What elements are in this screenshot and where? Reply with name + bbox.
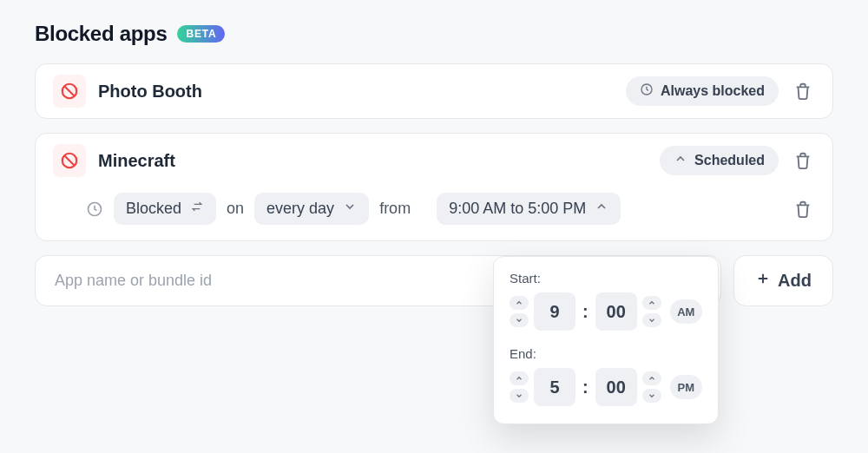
mode-select[interactable]: Blocked [114, 193, 216, 225]
end-label: End: [510, 346, 702, 361]
chevron-up-icon [595, 200, 608, 218]
page-title: Blocked apps [35, 22, 167, 46]
status-label: Always blocked [661, 83, 765, 99]
time-range-select[interactable]: 9:00 AM to 5:00 PM [437, 193, 621, 225]
app-name: Minecraft [98, 151, 175, 171]
block-icon [53, 144, 86, 177]
end-hour-value[interactable]: 5 [534, 368, 575, 406]
end-time-editor: 5 : 00 PM [510, 368, 702, 406]
time-colon: : [581, 302, 590, 322]
add-button-label: Add [778, 271, 812, 291]
end-hour-down[interactable] [510, 389, 529, 403]
delete-app-button[interactable] [791, 148, 815, 173]
section-header: Blocked apps BETA [35, 22, 833, 46]
days-select[interactable]: every day [254, 193, 369, 225]
beta-badge: BETA [177, 25, 225, 43]
trash-icon [793, 200, 812, 219]
app-card-minecraft: Minecraft Scheduled Blocked [35, 133, 833, 241]
app-name: Photo Booth [98, 82, 202, 102]
delete-schedule-button[interactable] [791, 197, 815, 221]
app-card-photo-booth: Photo Booth Always blocked [35, 63, 833, 119]
status-chip-always-blocked[interactable]: Always blocked [626, 76, 779, 106]
end-minute-up[interactable] [642, 371, 661, 385]
start-label: Start: [510, 271, 702, 286]
start-minute-value[interactable]: 00 [595, 292, 637, 331]
start-hour-down[interactable] [510, 313, 529, 327]
trash-icon [793, 82, 812, 101]
from-label: from [379, 200, 411, 218]
chevron-down-icon [343, 200, 357, 218]
mode-label: Blocked [126, 200, 181, 218]
block-icon [53, 75, 86, 108]
start-time-editor: 9 : 00 AM [510, 292, 702, 331]
start-hour-up[interactable] [510, 296, 529, 310]
plus-icon [755, 271, 771, 291]
days-label: every day [266, 200, 334, 218]
time-range-label: 9:00 AM to 5:00 PM [449, 200, 586, 218]
trash-icon [793, 151, 812, 170]
time-colon: : [581, 378, 590, 397]
start-hour-value[interactable]: 9 [534, 292, 575, 331]
end-minute-down[interactable] [642, 389, 661, 403]
start-minute-down[interactable] [642, 313, 661, 327]
start-minute-up[interactable] [642, 296, 661, 310]
add-button[interactable]: Add [733, 255, 833, 306]
schedule-row: Blocked on every day from 9:00 AM to 5:0… [53, 193, 815, 225]
end-hour-up[interactable] [510, 371, 529, 385]
time-range-popover: Start: 9 : 00 AM End: 5 : 00 PM [493, 256, 719, 424]
status-label: Scheduled [694, 153, 765, 168]
clock-icon [640, 82, 654, 100]
on-label: on [227, 200, 244, 218]
end-minute-value[interactable]: 00 [595, 368, 637, 406]
clock-icon [86, 200, 103, 218]
svg-line-4 [65, 156, 75, 166]
swap-icon [190, 200, 204, 218]
delete-app-button[interactable] [791, 79, 815, 103]
svg-line-1 [65, 87, 75, 96]
chevron-up-icon [674, 152, 687, 169]
end-ampm-toggle[interactable]: PM [670, 375, 702, 399]
start-ampm-toggle[interactable]: AM [670, 299, 702, 324]
status-chip-scheduled[interactable]: Scheduled [660, 146, 779, 175]
